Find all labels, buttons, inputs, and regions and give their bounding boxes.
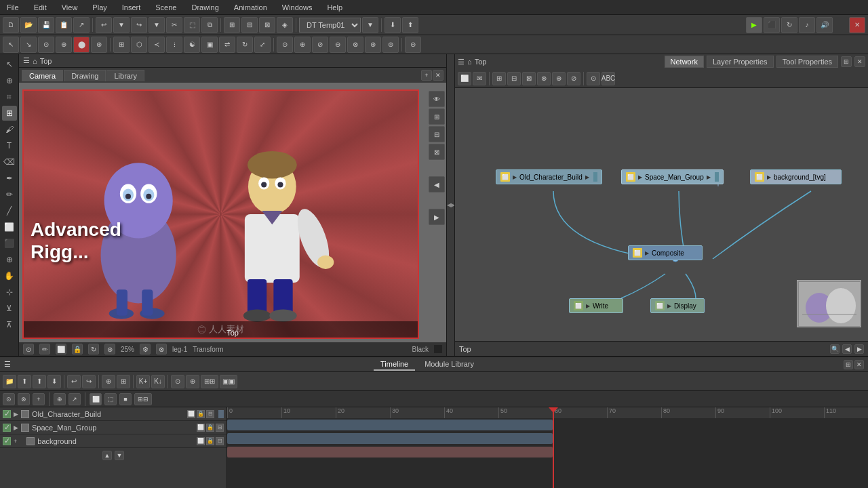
bone-tool[interactable]: ≺	[149, 37, 165, 53]
redo-btn[interactable]: ↪	[131, 17, 147, 33]
tl-fwd[interactable]: ↪	[82, 375, 96, 388]
mini-preview-window[interactable]	[797, 280, 861, 327]
arrow-tool[interactable]: ↖	[3, 37, 19, 53]
pin-tool[interactable]: ⊖	[330, 37, 346, 53]
net-search[interactable]: 🔍	[830, 344, 840, 354]
menu-play[interactable]: Play	[90, 2, 109, 13]
drawing-tab[interactable]: Drawing	[64, 70, 106, 81]
layer-color-2[interactable]: 🔒	[206, 437, 214, 445]
wire-tool[interactable]: ⊗	[347, 37, 363, 53]
node-play-space[interactable]: ▶	[638, 174, 642, 180]
tl-ctrl3[interactable]: ⊕	[54, 393, 66, 405]
net-tool10[interactable]: ABC	[601, 72, 615, 85]
layer-extra-0[interactable]: ⊟	[206, 410, 214, 418]
paint-tool[interactable]: 🖌	[2, 122, 17, 137]
transform-left[interactable]: ⊞	[2, 106, 17, 121]
layer-lock-0[interactable]: ⬜	[187, 410, 195, 418]
net-hamburger[interactable]: ☰	[458, 58, 465, 66]
tl-folder[interactable]: 📁	[3, 375, 16, 388]
line-tool[interactable]: ╱	[2, 203, 17, 218]
scale-tool[interactable]: ⤢	[254, 37, 271, 53]
net-tool1[interactable]: ⬜	[458, 72, 471, 85]
save-btn[interactable]: 💾	[38, 17, 54, 33]
frame-type-btn[interactable]: ⊞⊞	[201, 375, 218, 388]
layer-row-0[interactable]: ✓ ▶ Old_Character_Build ⬜ 🔒 ⊟	[0, 407, 226, 421]
keyframe2-btn[interactable]: K↓	[151, 375, 165, 388]
layer-color-1[interactable]: 🔒	[206, 424, 214, 432]
menu-animation[interactable]: Animation	[231, 2, 270, 13]
brush-tool[interactable]: ⊙	[38, 37, 54, 53]
select-tool[interactable]: ↘	[20, 37, 37, 53]
node-display[interactable]: ⬜ ▶ Display	[650, 298, 705, 313]
net-tool5[interactable]: ⊠	[522, 72, 536, 85]
onion-skin2[interactable]: ⊕	[186, 375, 199, 388]
tl-ctrl5[interactable]: ⬚	[104, 393, 117, 405]
color-wheel[interactable]: ⊗	[156, 344, 167, 354]
import-btn[interactable]: ⬇	[384, 17, 401, 33]
canvas-drawing-area[interactable]: Advanced Rigg... ㊁ 人人素材	[22, 89, 419, 339]
tl-import[interactable]: ⬆	[18, 375, 31, 388]
menu-scene[interactable]: Scene	[153, 2, 179, 13]
tl-ctrl-anim[interactable]: ⬜	[90, 393, 102, 405]
tl-up[interactable]: ⬆	[33, 375, 46, 388]
node-space-man-group[interactable]: ⬜ ▶ Space_Man_Group ▶	[621, 169, 724, 184]
layer-scroll-down[interactable]: ▼	[115, 451, 124, 460]
zoom-tool[interactable]: ⊕	[2, 252, 17, 267]
viewport-canvas[interactable]: Advanced Rigg... ㊁ 人人素材 👁 ⊞ ⊟ ⊠ ◀ ▶ Top	[19, 83, 446, 342]
record-tool[interactable]: ⬤	[73, 37, 90, 53]
collapse-left[interactable]: ◀	[429, 176, 445, 192]
eye-tool[interactable]: ⊘	[312, 37, 328, 53]
layer-props-tab[interactable]: Layer Properties	[707, 56, 774, 68]
menu-windows[interactable]: Windows	[279, 2, 315, 13]
node-play-old[interactable]: ▶	[513, 174, 517, 180]
dropper-tool[interactable]: ✒	[2, 171, 17, 186]
tl-ctrl6[interactable]: ■	[119, 393, 132, 405]
tl-close-btn[interactable]: ✕	[854, 360, 864, 369]
rotate-tool[interactable]: ↻	[237, 37, 253, 53]
node-old-char-build[interactable]: ⬜ ▶ Old_Character_Build ▶	[496, 169, 602, 184]
onion-skin1[interactable]: ⊙	[171, 375, 184, 388]
timeline-frames-area[interactable]	[227, 418, 868, 488]
net-expand-btn[interactable]: ⊞	[841, 56, 852, 67]
open-btn[interactable]: 📂	[20, 17, 37, 33]
export2-btn[interactable]: ⬆	[402, 17, 418, 33]
node-expand-space[interactable]: ▶	[707, 174, 711, 180]
layer-lock-2[interactable]: ⬜	[197, 437, 205, 445]
onion-tool[interactable]: ☯	[184, 37, 200, 53]
frame-row-2[interactable]	[227, 445, 868, 459]
status-icon5[interactable]: ↻	[88, 344, 99, 354]
ik-tool[interactable]: ⊛	[91, 37, 107, 53]
display-mode-btn[interactable]: ▣▣	[220, 375, 237, 388]
tl-hamburger[interactable]: ☰	[4, 360, 11, 369]
shape-tool[interactable]: ⬜	[2, 220, 17, 235]
node-tool[interactable]: ⊙	[277, 37, 293, 53]
frame-row-0[interactable]	[227, 418, 868, 432]
layer-color-0[interactable]: 🔒	[197, 410, 205, 418]
tl-add-layer[interactable]: +	[33, 393, 45, 405]
home-icon[interactable]: ⌂	[33, 57, 37, 65]
node-play-write[interactable]: ▶	[586, 303, 590, 309]
net-home-icon[interactable]: ⌂	[467, 58, 472, 66]
tool-props-tab[interactable]: Tool Properties	[776, 56, 838, 68]
add-view-btn[interactable]: +	[421, 70, 432, 81]
copy-btn[interactable]: ⧉	[201, 17, 218, 33]
node-play-bg[interactable]: ▶	[767, 174, 771, 180]
node-composite[interactable]: ⬜ ▶ Composite	[628, 245, 703, 260]
layer-extra-2[interactable]: ⊟	[216, 437, 224, 445]
eye-overlay-btn[interactable]: 👁	[429, 91, 445, 107]
more-btn[interactable]: ⊞	[224, 17, 240, 33]
menu-file[interactable]: File	[4, 2, 22, 13]
eraser-tool[interactable]: ⌫	[2, 155, 17, 169]
sound-btn[interactable]: ♪	[799, 17, 815, 33]
collapse-right[interactable]: ▶	[429, 209, 445, 225]
library-tab[interactable]: Library	[106, 70, 144, 81]
layer-vis-2[interactable]: ✓	[3, 437, 11, 445]
layer-extra-1[interactable]: ⊟	[216, 424, 224, 432]
view-tool[interactable]: ▣	[201, 37, 218, 53]
extra-tool[interactable]: ⊝	[405, 37, 421, 53]
preset-dropdown[interactable]: DT Temp01	[299, 18, 361, 33]
layer3-overlay-btn[interactable]: ⊠	[429, 144, 445, 160]
tl-down[interactable]: ⬇	[47, 375, 61, 388]
tl-back[interactable]: ↩	[67, 375, 81, 388]
layer-expand-1[interactable]: ▶	[14, 424, 18, 431]
